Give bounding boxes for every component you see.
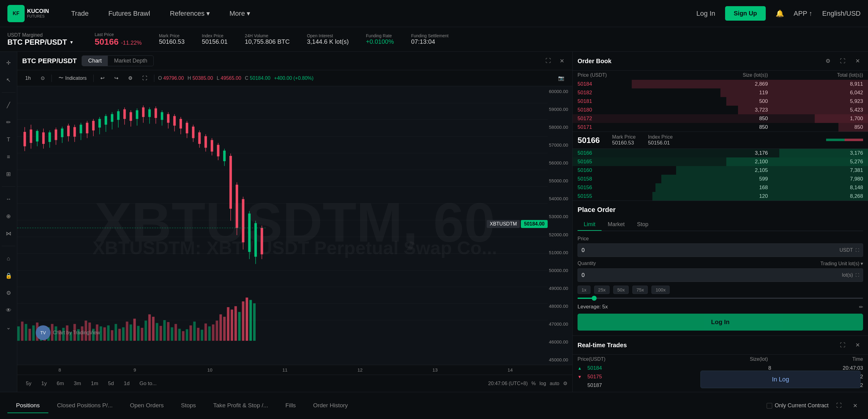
lev-100x[interactable]: 100x (651, 286, 670, 294)
tab-stop[interactable]: Stop (631, 219, 655, 231)
leverage-slider[interactable] (578, 298, 863, 299)
time-goto[interactable]: Go to... (136, 379, 160, 388)
time-5d[interactable]: 5d (104, 379, 118, 388)
draw-icon[interactable]: ✏ (2, 116, 15, 128)
lev-1x[interactable]: 1x (578, 286, 590, 294)
house-icon[interactable]: ⌂ (2, 252, 15, 265)
measure-icon[interactable]: ↔ (2, 193, 15, 205)
nav-trade[interactable]: Trade (67, 7, 92, 20)
svg-rect-71 (42, 132, 45, 144)
svg-rect-129 (223, 151, 226, 161)
login-order-button[interactable]: Log In (578, 313, 863, 331)
tab-positions[interactable]: Positions (7, 398, 49, 413)
eye-icon[interactable]: 👁 (2, 304, 15, 317)
time-1d[interactable]: 1d (120, 379, 133, 388)
time-3m[interactable]: 3m (70, 379, 85, 388)
only-current-checkbox[interactable] (767, 403, 772, 409)
zoom-icon[interactable]: ⊕ (2, 210, 15, 222)
notification-icon[interactable]: 🔔 (776, 9, 784, 18)
tab-fills[interactable]: Fills (277, 398, 305, 413)
ob-expand-icon[interactable]: ⛶ (837, 56, 848, 66)
indicator-line-icon: 〜 (59, 75, 63, 81)
tab-chart[interactable]: Chart (82, 56, 108, 66)
settings-toolbar-icon[interactable]: ⚙ (2, 287, 15, 299)
nav-signup-button[interactable]: Sign Up (725, 6, 766, 21)
fibonacci-icon[interactable]: ≡ (2, 151, 15, 163)
svg-rect-113 (173, 116, 176, 126)
nav-login[interactable]: Log In (696, 9, 715, 18)
quantity-input[interactable] (582, 272, 842, 278)
trend-line-icon[interactable]: ╱ (2, 99, 15, 111)
nav-references[interactable]: References ▾ (166, 7, 213, 20)
tab-market[interactable]: Market (601, 219, 631, 231)
tab-stops[interactable]: Stops (173, 398, 205, 413)
cursor-icon[interactable]: ↖ (2, 74, 15, 86)
price-expand-icon[interactable]: ⛶ (856, 248, 859, 252)
leverage-edit-icon[interactable]: ✏ (859, 304, 863, 310)
svg-rect-40 (167, 322, 169, 341)
chart-body[interactable]: XBTUSDTM, 60 XBTUSDTM: XBT / USDT Perpet… (17, 86, 572, 365)
tab-take-profit[interactable]: Take Profit & Stop /... (205, 398, 277, 413)
current-price-label: 50184.00 (521, 220, 548, 228)
quantity-expand-icon[interactable]: ⛶ (856, 273, 859, 277)
tab-open-orders[interactable]: Open Orders (121, 398, 173, 413)
chart-settings-icon2[interactable]: ⚙ (563, 381, 567, 386)
bottom-close-icon[interactable]: ✕ (849, 400, 861, 411)
lev-25x[interactable]: 25x (594, 286, 610, 294)
mark-price-stat: Mark Price 50160.53 (159, 33, 185, 45)
nav-lang[interactable]: English/USD (822, 9, 861, 18)
right-panel: Order Book ⚙ ⛶ ✕ Price (USDT) Size (lot(… (572, 52, 868, 392)
down-chevron-icon[interactable]: ⌄ (2, 321, 15, 334)
redo-icon[interactable]: ↪ (111, 74, 121, 82)
pair-section: USDT Margined BTC PERP/USDT ▼ (7, 32, 73, 47)
lock-icon[interactable]: 🔒 (2, 270, 15, 282)
bottom-expand-icon[interactable]: ⛶ (834, 400, 845, 411)
price-input-row[interactable]: USDT ⛶ (578, 243, 863, 257)
up-arrow-icon: ▲ (578, 366, 587, 371)
rt-column-headers: Price(USDT) Size(lot) Time (572, 355, 868, 364)
pair-dropdown-icon[interactable]: ▼ (69, 40, 73, 45)
svg-rect-103 (142, 108, 145, 117)
text-icon[interactable]: T (2, 133, 15, 146)
time-1y[interactable]: 1y (38, 379, 51, 388)
rt-expand-icon[interactable]: ⛶ (837, 339, 848, 351)
trading-unit-select[interactable]: Trading Unit lot(s) ▾ (820, 261, 863, 267)
tab-closed-positions[interactable]: Closed Positions P/... (49, 398, 121, 413)
ob-settings-icon[interactable]: ⚙ (823, 56, 834, 66)
rt-close-icon[interactable]: ✕ (852, 339, 863, 351)
nav-futures-brawl[interactable]: Futures Brawl (105, 7, 154, 20)
fullscreen-icon[interactable]: ⛶ (139, 74, 150, 82)
svg-rect-89 (98, 119, 101, 127)
ob-close-icon[interactable]: ✕ (852, 56, 863, 66)
tab-order-history[interactable]: Order History (304, 398, 356, 413)
time-6m[interactable]: 6m (53, 379, 68, 388)
crosshair-icon[interactable]: ✛ (2, 57, 15, 69)
tab-market-depth[interactable]: Market Depth (108, 56, 153, 66)
close-chart-icon[interactable]: ✕ (556, 56, 567, 66)
tab-limit[interactable]: Limit (578, 219, 601, 231)
quantity-input-row[interactable]: lot(s) ⛶ (578, 268, 863, 282)
expand-icon[interactable]: ⛶ (543, 56, 554, 66)
timeframe-1h[interactable]: 1h (22, 74, 34, 82)
ob-bid-row: 50160 2,1057,381 (572, 166, 868, 175)
lev-75x[interactable]: 75x (632, 286, 648, 294)
bar-type-icon[interactable]: ⊙ (38, 74, 48, 82)
time-5y[interactable]: 5y (22, 379, 35, 388)
time-1m[interactable]: 1m (87, 379, 102, 388)
ohlc-info: O 49796.00 H 50385.00 L 49565.00 C 50184… (158, 76, 314, 81)
pattern-icon[interactable]: ⊞ (2, 168, 15, 180)
magnet-icon[interactable]: ⋈ (2, 228, 15, 240)
pair-name[interactable]: BTC PERP/USDT ▼ (7, 38, 73, 47)
indicators-btn[interactable]: 〜 1hIndicators (56, 73, 90, 83)
undo-icon[interactable]: ↩ (97, 74, 107, 82)
slider-thumb[interactable] (592, 296, 597, 301)
svg-rect-4 (32, 325, 35, 341)
lev-50x[interactable]: 50x (613, 286, 629, 294)
chart-settings-icon[interactable]: ⚙ (125, 74, 135, 82)
camera-icon[interactable]: 📷 (555, 74, 567, 82)
price-input[interactable] (582, 247, 839, 253)
slider-track[interactable] (578, 298, 863, 299)
order-book-section: Order Book ⚙ ⛶ ✕ Price (USDT) Size (lot(… (572, 52, 868, 201)
nav-app[interactable]: APP ↑ (794, 9, 812, 18)
nav-more[interactable]: More ▾ (226, 7, 254, 20)
